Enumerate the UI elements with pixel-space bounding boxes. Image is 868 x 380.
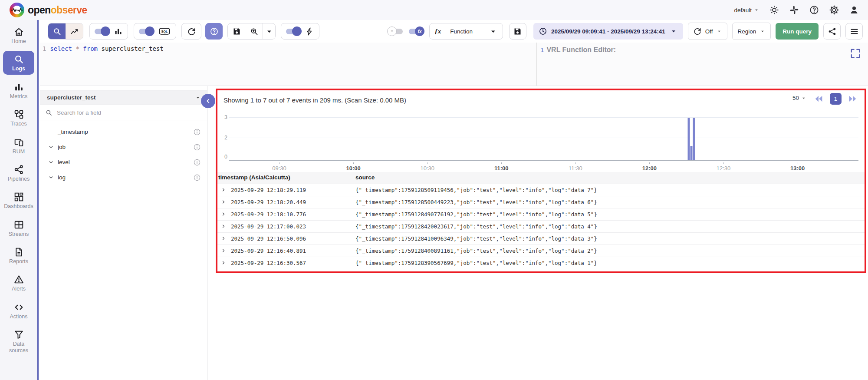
x-tick-mark xyxy=(427,162,428,164)
pagination: 50 1 xyxy=(792,93,858,105)
field-item-_timestamp[interactable]: _timestamp xyxy=(40,124,207,139)
sidebar-item-data-sources[interactable]: Data sources xyxy=(3,326,34,356)
cell-timestamp: 2025-09-29 12:16:50.096 xyxy=(231,235,306,242)
cell-timestamp: 2025-09-29 12:17:00.023 xyxy=(231,223,306,230)
field-item-level[interactable]: level xyxy=(40,155,207,170)
help-circle-icon[interactable] xyxy=(809,5,819,15)
chevron-right-icon[interactable] xyxy=(221,199,226,205)
sidebar-item-streams[interactable]: Streams xyxy=(3,216,34,240)
field-search-input[interactable] xyxy=(56,109,202,116)
collapse-fields-button[interactable] xyxy=(201,94,215,108)
x-tick-label: 09:30 xyxy=(272,165,286,172)
sql-mode-toggle[interactable] xyxy=(139,29,153,34)
sidebar-item-traces[interactable]: Traces xyxy=(3,106,34,129)
logo-text: openobserve xyxy=(28,4,87,16)
table-row[interactable]: 2025-09-29 12:16:40.891{"_timestamp":175… xyxy=(217,245,865,257)
function-dropdown[interactable]: ƒx Function xyxy=(429,23,503,40)
chevron-right-icon[interactable] xyxy=(221,260,226,265)
table-row[interactable]: 2025-09-29 12:17:00.023{"_timestamp":175… xyxy=(217,221,865,233)
help-button[interactable] xyxy=(205,23,223,40)
page-size-select[interactable]: 50 xyxy=(792,93,808,104)
caret-down-icon xyxy=(195,95,201,101)
x-tick-label: 12:00 xyxy=(642,165,657,172)
stream-name: supercluster_test xyxy=(47,94,195,101)
sidebar-item-label: Streams xyxy=(9,231,29,237)
refresh-icon xyxy=(693,27,702,36)
sidebar-item-alerts[interactable]: Alerts xyxy=(3,271,34,294)
stream-selector[interactable]: supercluster_test xyxy=(40,90,207,105)
chart-mode-button[interactable] xyxy=(66,23,83,39)
caret-down-icon xyxy=(753,7,760,13)
gridline xyxy=(229,117,858,118)
chevron-left-icon xyxy=(204,97,212,105)
table-row[interactable]: 2025-09-29 12:18:10.776{"_timestamp":175… xyxy=(217,208,865,221)
search-mode-button[interactable] xyxy=(48,23,66,39)
field-name: level xyxy=(58,159,193,165)
chevron-down-icon xyxy=(48,159,54,165)
table-row[interactable]: 2025-09-29 12:18:20.449{"_timestamp":175… xyxy=(217,196,865,208)
transform-toggle[interactable]: ≡ xyxy=(388,29,403,34)
chevron-right-icon[interactable] xyxy=(221,248,226,253)
last-page-icon[interactable] xyxy=(847,93,858,105)
caret-down-icon xyxy=(716,28,722,34)
auto-refresh-dropdown[interactable]: Off xyxy=(688,23,728,40)
x-tick-label: 12:30 xyxy=(717,165,731,172)
user-icon[interactable] xyxy=(849,5,859,15)
cell-source: {"_timestamp":1759128410096349,"job":"te… xyxy=(355,235,597,242)
cell-timestamp: 2025-09-29 12:16:30.567 xyxy=(231,260,306,266)
share-link-button[interactable] xyxy=(823,23,841,40)
field-name: job xyxy=(58,144,193,150)
x-tick-mark xyxy=(723,162,724,164)
field-item-job[interactable]: job xyxy=(40,139,207,155)
sidebar-item-home[interactable]: Home xyxy=(3,23,34,47)
fx-editor-toggle[interactable]: fx xyxy=(409,29,423,34)
saved-search-list-button[interactable] xyxy=(245,23,263,39)
run-query-button[interactable]: Run query xyxy=(776,23,819,40)
field-item-log[interactable]: log xyxy=(40,170,207,185)
table-row[interactable]: 2025-09-29 12:18:29.119{"_timestamp":175… xyxy=(217,184,865,196)
more-menu-button[interactable] xyxy=(845,23,863,40)
save-search-button[interactable] xyxy=(228,23,245,39)
x-tick-mark xyxy=(575,162,576,164)
histogram-bar[interactable] xyxy=(688,118,690,160)
field-name: log xyxy=(58,174,193,181)
time-range-picker[interactable]: 2025/09/29 09:09:41 - 2025/09/29 13:24:4… xyxy=(533,23,683,40)
sql-query-editor[interactable]: 1select * from supercluster_test xyxy=(40,43,537,86)
table-row[interactable]: 2025-09-29 12:16:50.096{"_timestamp":175… xyxy=(217,233,865,245)
reset-filters-button[interactable] xyxy=(181,23,201,40)
first-page-icon[interactable] xyxy=(813,93,825,105)
menu-icon xyxy=(850,27,859,36)
chevron-right-icon[interactable] xyxy=(221,236,226,241)
histogram-chart[interactable]: 32009:3010:0010:3011:0011:3012:0012:3013… xyxy=(217,112,865,171)
save-function-button[interactable] xyxy=(509,23,526,40)
gear-icon[interactable] xyxy=(829,5,839,15)
sidebar-item-pipelines[interactable]: Pipelines xyxy=(3,161,34,185)
histogram-bar[interactable] xyxy=(690,146,693,160)
results-panel-highlight: Showing 1 to 7 out of 7 events in 209 ms… xyxy=(216,89,866,273)
chevron-right-icon[interactable] xyxy=(221,211,226,217)
quick-mode-toggle[interactable] xyxy=(286,29,300,34)
sidebar-item-rum[interactable]: RUM xyxy=(3,134,34,157)
sidebar-item-logs[interactable]: Logs xyxy=(3,51,34,74)
expand-icon[interactable] xyxy=(850,48,861,59)
table-row[interactable]: 2025-09-29 12:16:30.567{"_timestamp":175… xyxy=(217,257,865,269)
vrl-function-editor[interactable]: 1VRL Function Editor: xyxy=(537,43,868,86)
sidebar-item-actions[interactable]: Actions xyxy=(3,299,34,322)
region-label: Region xyxy=(737,28,756,35)
sun-icon[interactable] xyxy=(769,5,779,15)
sidebar-item-metrics[interactable]: Metrics xyxy=(3,79,34,102)
region-dropdown[interactable]: Region xyxy=(732,23,771,40)
current-page-button[interactable]: 1 xyxy=(830,93,842,105)
table-header: timestamp (Asia/Calcutta) source xyxy=(217,172,865,184)
top-header: openobserve default xyxy=(0,0,868,20)
sidebar-item-dashboards[interactable]: Dashboards xyxy=(3,188,34,212)
slack-icon[interactable] xyxy=(789,5,799,15)
saved-search-more-button[interactable] xyxy=(263,23,275,39)
chevron-right-icon[interactable] xyxy=(221,187,226,192)
chevron-right-icon[interactable] xyxy=(221,224,226,229)
sidebar-item-reports[interactable]: Reports xyxy=(3,244,34,267)
histogram-toggle[interactable] xyxy=(95,29,109,34)
histogram-bar[interactable] xyxy=(693,118,695,160)
fields-panel: supercluster_test _timestampjoblevellog xyxy=(40,86,207,380)
org-selector[interactable]: default xyxy=(734,7,760,13)
